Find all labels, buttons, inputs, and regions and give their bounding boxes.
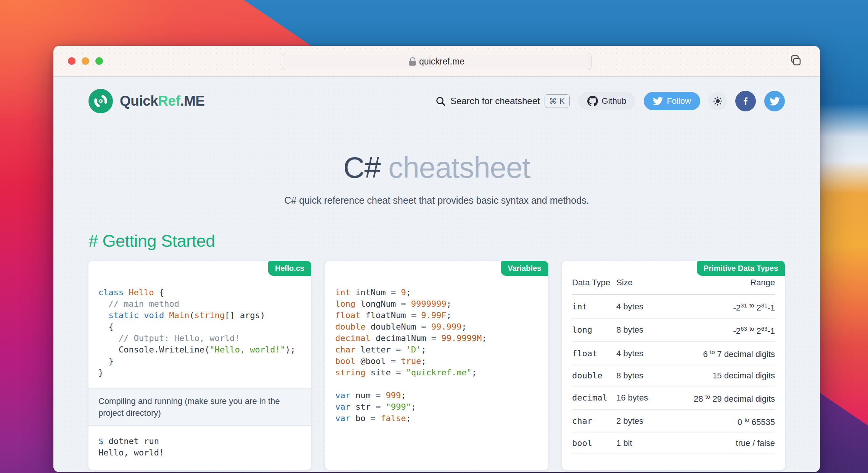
card-note: Compiling and running (make sure you are… bbox=[88, 388, 311, 426]
quickref-logo-icon bbox=[93, 93, 108, 109]
card-primitive-data-types: Primitive Data Types Data Type Size Rang… bbox=[562, 261, 785, 470]
size-cell: 8 bytes bbox=[616, 319, 687, 342]
page-subtitle: C# quick reference cheat sheet that prov… bbox=[88, 195, 785, 206]
hero: C# cheatsheet C# quick reference cheat s… bbox=[88, 151, 785, 206]
theme-toggle-button[interactable] bbox=[709, 92, 727, 110]
sun-icon bbox=[713, 96, 723, 106]
range-cell: -231 to 231-1 bbox=[687, 295, 775, 319]
search-trigger[interactable]: Search for cheatsheet ⌘ K bbox=[436, 94, 570, 108]
data-type-cell: bool bbox=[572, 433, 616, 454]
table-row: bool1 bittrue / false bbox=[572, 433, 775, 454]
card-badge: Variables bbox=[501, 261, 548, 276]
twitter-follow-button[interactable]: Follow bbox=[644, 92, 700, 110]
page-title-secondary: cheatsheet bbox=[381, 151, 530, 184]
table-row bbox=[572, 454, 775, 463]
search-label: Search for cheatsheet bbox=[450, 96, 540, 106]
table-row: double8 bytes15 decimal digits bbox=[572, 365, 775, 386]
size-cell: 2 bytes bbox=[616, 410, 687, 433]
data-type-cell: float bbox=[572, 342, 616, 365]
data-types-table: Data Type Size Range int4 bytes-231 to 2… bbox=[572, 261, 775, 463]
close-window-button[interactable] bbox=[68, 57, 76, 65]
search-icon bbox=[436, 96, 446, 106]
zoom-window-button[interactable] bbox=[95, 57, 103, 65]
section-heading-getting-started: # Getting Started bbox=[88, 231, 785, 251]
col-header-data-type: Data Type bbox=[572, 261, 616, 295]
search-shortcut-kbd: ⌘ K bbox=[545, 94, 570, 108]
page-title: C# cheatsheet bbox=[88, 151, 785, 184]
table-row: int4 bytes-231 to 231-1 bbox=[572, 295, 775, 319]
code-block-hello: class Hello { // main method static void… bbox=[88, 261, 311, 388]
browser-titlebar: quickref.me bbox=[53, 46, 820, 77]
table-row: float4 bytes6 to 7 decimal digits bbox=[572, 342, 775, 365]
size-cell: 4 bytes bbox=[616, 295, 687, 319]
size-cell: 8 bytes bbox=[616, 365, 687, 386]
range-cell: 28 to 29 decimal digits bbox=[687, 386, 775, 409]
twitter-bird-icon bbox=[653, 96, 663, 106]
header-actions: Search for cheatsheet ⌘ K Github Follow bbox=[436, 91, 785, 111]
table-row: decimal16 bytes28 to 29 decimal digits bbox=[572, 386, 775, 409]
lock-icon bbox=[409, 57, 416, 66]
data-types-table-wrap: Data Type Size Range int4 bytes-231 to 2… bbox=[562, 261, 785, 463]
col-header-size: Size bbox=[616, 261, 687, 295]
page-content: QuickRef.ME Search for cheatsheet ⌘ K Gi… bbox=[53, 77, 820, 472]
data-type-cell: long bbox=[572, 319, 616, 342]
github-button[interactable]: Github bbox=[578, 92, 636, 110]
brand-quick: Quick bbox=[120, 93, 158, 109]
brand-me: .ME bbox=[180, 93, 204, 109]
cards-grid: Hello.cs class Hello { // main method st… bbox=[88, 261, 785, 470]
brand-ref: Ref bbox=[158, 93, 180, 109]
card-variables: Variables int intNum = 9;long longNum = … bbox=[325, 261, 548, 470]
range-cell: 15 decimal digits bbox=[687, 365, 775, 386]
facebook-icon bbox=[741, 96, 751, 106]
copy-tabs-button[interactable] bbox=[789, 54, 802, 68]
size-cell: 4 bytes bbox=[616, 342, 687, 365]
code-block-variables: int intNum = 9;long longNum = 9999999;fl… bbox=[325, 261, 548, 434]
window-controls bbox=[68, 57, 103, 65]
data-type-cell: decimal bbox=[572, 386, 616, 409]
minimize-window-button[interactable] bbox=[82, 57, 89, 65]
brand-wordmark[interactable]: QuickRef.ME bbox=[120, 93, 205, 109]
card-badge: Primitive Data Types bbox=[697, 261, 785, 276]
range-cell: -263 to 263-1 bbox=[687, 319, 775, 342]
range-cell bbox=[687, 454, 775, 463]
quickref-logo[interactable] bbox=[88, 89, 113, 113]
desktop: { "browser": { "url": "quickref.me" }, "… bbox=[0, 0, 868, 473]
copy-icon bbox=[789, 54, 802, 68]
follow-label: Follow bbox=[667, 96, 691, 106]
page-title-primary: C# bbox=[343, 151, 381, 184]
code-block-shell: $ dotnet runHello, world! bbox=[88, 426, 311, 468]
facebook-share-button[interactable] bbox=[735, 91, 756, 111]
size-cell bbox=[616, 454, 687, 463]
table-row: char2 bytes0 to 65535 bbox=[572, 410, 775, 433]
twitter-icon bbox=[770, 96, 780, 106]
data-type-cell: int bbox=[572, 295, 616, 319]
data-type-cell: char bbox=[572, 410, 616, 433]
browser-window: quickref.me QuickRef.ME bbox=[53, 46, 820, 472]
data-type-cell: double bbox=[572, 365, 616, 386]
address-bar[interactable]: quickref.me bbox=[282, 53, 592, 70]
github-icon bbox=[587, 96, 598, 106]
size-cell: 16 bytes bbox=[616, 386, 687, 409]
url-text: quickref.me bbox=[419, 56, 465, 67]
twitter-share-button[interactable] bbox=[764, 91, 785, 111]
github-label: Github bbox=[602, 96, 627, 106]
table-row: long8 bytes-263 to 263-1 bbox=[572, 319, 775, 342]
data-types-table-body: int4 bytes-231 to 231-1long8 bytes-263 t… bbox=[572, 295, 775, 463]
range-cell: true / false bbox=[687, 433, 775, 454]
card-hello-cs: Hello.cs class Hello { // main method st… bbox=[88, 261, 311, 470]
card-badge: Hello.cs bbox=[268, 261, 311, 276]
range-cell: 6 to 7 decimal digits bbox=[687, 342, 775, 365]
data-type-cell bbox=[572, 454, 616, 463]
size-cell: 1 bit bbox=[616, 433, 687, 454]
site-header: QuickRef.ME Search for cheatsheet ⌘ K Gi… bbox=[88, 77, 785, 113]
range-cell: 0 to 65535 bbox=[687, 410, 775, 433]
